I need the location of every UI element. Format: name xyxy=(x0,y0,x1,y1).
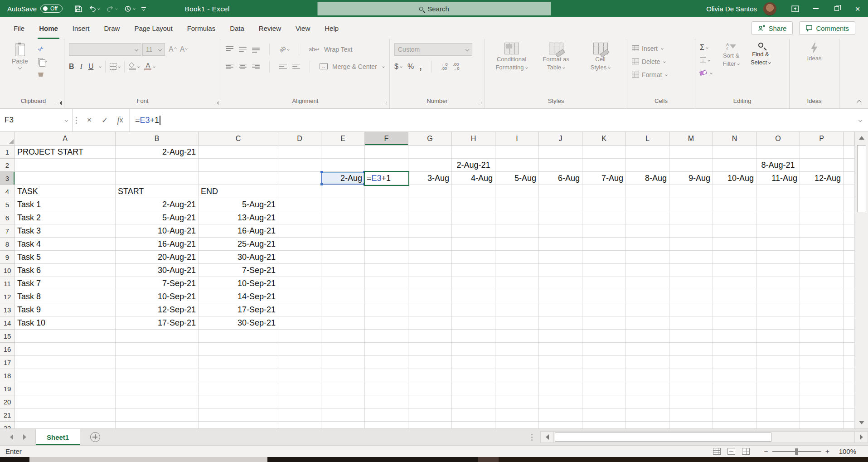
cell-F16[interactable] xyxy=(365,343,408,356)
cell-E1[interactable] xyxy=(321,146,365,159)
cell-N21[interactable] xyxy=(713,409,756,422)
cell-M9[interactable] xyxy=(669,251,713,264)
cell-N12[interactable] xyxy=(713,290,756,303)
column-header-N[interactable]: N xyxy=(713,132,756,146)
cell-D22[interactable] xyxy=(278,422,321,428)
font-color-button[interactable]: A xyxy=(144,63,155,70)
cell-N9[interactable] xyxy=(713,251,756,264)
cell-C11[interactable]: 10-Sep-21 xyxy=(199,277,278,290)
cell-H4[interactable] xyxy=(452,185,495,198)
cell-J17[interactable] xyxy=(539,356,582,369)
cell-J22[interactable] xyxy=(539,422,582,428)
column-header-O[interactable]: O xyxy=(756,132,800,146)
cell-P1[interactable] xyxy=(800,146,844,159)
cell-G8[interactable] xyxy=(408,238,452,251)
cell-K21[interactable] xyxy=(582,409,626,422)
cell-J3[interactable]: 6-Aug xyxy=(539,172,582,185)
cell-N16[interactable] xyxy=(713,343,756,356)
select-all-button[interactable] xyxy=(0,132,15,146)
cell-G4[interactable] xyxy=(408,185,452,198)
tab-draw[interactable]: Draw xyxy=(102,17,121,39)
cell-C13[interactable]: 17-Sep-21 xyxy=(199,303,278,316)
page-layout-view-button[interactable] xyxy=(727,448,735,455)
cell-I13[interactable] xyxy=(495,303,539,316)
touch-mode-dropdown-icon[interactable] xyxy=(133,7,136,10)
cell-G19[interactable] xyxy=(408,382,452,395)
row-header-11[interactable]: 11 xyxy=(0,277,15,290)
cell-B22[interactable] xyxy=(116,422,199,428)
row-header-18[interactable]: 18 xyxy=(0,369,15,382)
cell-E5[interactable] xyxy=(321,198,365,211)
cell-D5[interactable] xyxy=(278,198,321,211)
cell-K6[interactable] xyxy=(582,211,626,224)
cell-P14[interactable] xyxy=(800,316,844,330)
column-header-L[interactable]: L xyxy=(626,132,669,146)
cell-P4[interactable] xyxy=(800,185,844,198)
align-left-button[interactable] xyxy=(226,64,233,69)
cell-A20[interactable] xyxy=(15,395,116,409)
cell-P19[interactable] xyxy=(800,382,844,395)
cell-F9[interactable] xyxy=(365,251,408,264)
cell-H16[interactable] xyxy=(452,343,495,356)
cell-K3[interactable]: 7-Aug xyxy=(582,172,626,185)
cell-M5[interactable] xyxy=(669,198,713,211)
cell-N5[interactable] xyxy=(713,198,756,211)
font-dialog-launcher-icon[interactable] xyxy=(214,101,218,105)
cell-G21[interactable] xyxy=(408,409,452,422)
cell-L17[interactable] xyxy=(626,356,669,369)
cell-J10[interactable] xyxy=(539,264,582,277)
cell-O17[interactable] xyxy=(756,356,800,369)
cut-button[interactable]: ✂ xyxy=(38,44,47,53)
cell-A2[interactable] xyxy=(15,159,116,172)
underline-dropdown-icon[interactable] xyxy=(99,65,102,68)
decrease-decimal-button[interactable]: .00→0 xyxy=(453,63,459,71)
cell-K22[interactable] xyxy=(582,422,626,428)
cell-E7[interactable] xyxy=(321,224,365,238)
cell-P5[interactable] xyxy=(800,198,844,211)
cell-P15[interactable] xyxy=(800,330,844,343)
cell-D21[interactable] xyxy=(278,409,321,422)
cell-A7[interactable]: Task 3 xyxy=(15,224,116,238)
vertical-scrollbar-thumb[interactable] xyxy=(857,145,866,212)
cell-G17[interactable] xyxy=(408,356,452,369)
cell-B19[interactable] xyxy=(116,382,199,395)
cell-C5[interactable]: 5-Aug-21 xyxy=(199,198,278,211)
autosave-pill[interactable]: Off xyxy=(40,5,63,13)
sheet-tab-sheet1[interactable]: Sheet1 xyxy=(35,429,80,445)
column-header-J[interactable]: J xyxy=(539,132,582,146)
undo-dropdown-icon[interactable] xyxy=(97,7,100,10)
cell-G9[interactable] xyxy=(408,251,452,264)
cell-P11[interactable] xyxy=(800,277,844,290)
cell-E6[interactable] xyxy=(321,211,365,224)
cell-C14[interactable]: 30-Sep-21 xyxy=(199,316,278,330)
cell-K13[interactable] xyxy=(582,303,626,316)
cell-L1[interactable] xyxy=(626,146,669,159)
row-header-6[interactable]: 6 xyxy=(0,211,15,224)
cell-J18[interactable] xyxy=(539,369,582,382)
cell-E8[interactable] xyxy=(321,238,365,251)
ribbon-display-options-button[interactable] xyxy=(785,0,805,17)
cell-L14[interactable] xyxy=(626,316,669,330)
row-header-8[interactable]: 8 xyxy=(0,238,15,251)
horizontal-scrollbar[interactable] xyxy=(554,431,854,443)
scrollbar-resize-handle[interactable] xyxy=(528,434,536,441)
cell-F14[interactable] xyxy=(365,316,408,330)
cell-J2[interactable] xyxy=(539,159,582,172)
row-header-2[interactable]: 2 xyxy=(0,159,15,172)
cell-B12[interactable]: 10-Sep-21 xyxy=(116,290,199,303)
copy-button[interactable] xyxy=(38,57,47,66)
cell-G22[interactable] xyxy=(408,422,452,428)
zoom-slider-thumb[interactable] xyxy=(795,448,798,455)
cell-O10[interactable] xyxy=(756,264,800,277)
column-header-E[interactable]: E xyxy=(321,132,365,146)
cell-D16[interactable] xyxy=(278,343,321,356)
cell-H1[interactable] xyxy=(452,146,495,159)
row-header-4[interactable]: 4 xyxy=(0,185,15,198)
row-header-12[interactable]: 12 xyxy=(0,290,15,303)
redo-dropdown-icon[interactable] xyxy=(115,7,118,10)
cell-M18[interactable] xyxy=(669,369,713,382)
enter-button[interactable]: ✓ xyxy=(97,116,112,125)
cell-G15[interactable] xyxy=(408,330,452,343)
column-header-C[interactable]: C xyxy=(199,132,278,146)
insert-cells-button[interactable]: Insert xyxy=(632,44,667,53)
